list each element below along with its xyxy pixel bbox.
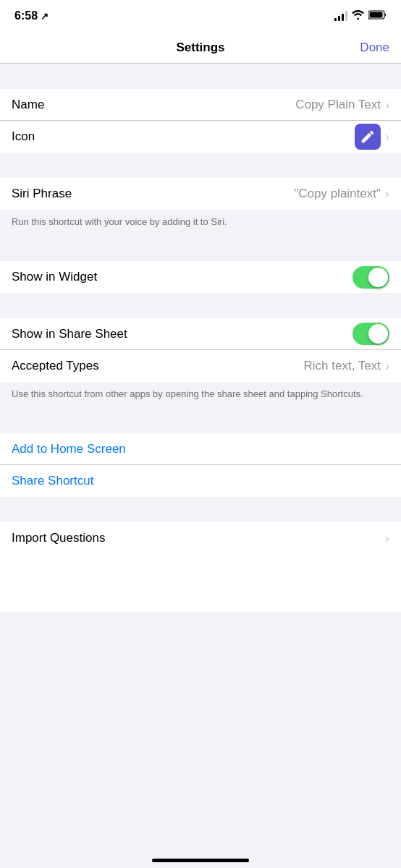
- siri-phrase-chevron-icon: ›: [385, 187, 389, 200]
- show-widget-label: Show in Widget: [12, 270, 97, 284]
- share-shortcut-label: Share Shortcut: [12, 474, 93, 488]
- signal-icon: [334, 11, 347, 21]
- siri-helper-text: Run this shortcut with your voice by add…: [0, 210, 401, 236]
- share-toggle-knob: [368, 324, 388, 344]
- section-gap-6: [0, 497, 401, 522]
- siri-phrase-label: Siri Phrase: [12, 187, 72, 201]
- name-right: Copy Plain Text ›: [295, 98, 389, 112]
- accepted-types-label: Accepted Types: [12, 359, 99, 373]
- nav-title: Settings: [176, 41, 224, 55]
- show-widget-toggle[interactable]: [353, 266, 389, 289]
- share-sheet-group: Show in Share Sheet Accepted Types Rich …: [0, 318, 401, 382]
- status-icons: [334, 9, 387, 22]
- icon-label: Icon: [12, 129, 35, 144]
- accepted-types-value: Rich text, Text: [304, 359, 381, 373]
- status-bar: 6:58 ↗: [0, 0, 401, 32]
- siri-phrase-value: "Copy plaintext": [294, 187, 381, 201]
- widget-group: Show in Widget: [0, 261, 401, 293]
- done-button[interactable]: Done: [360, 41, 389, 55]
- location-icon: ↗: [41, 11, 48, 22]
- name-chevron-icon: ›: [385, 98, 389, 111]
- import-questions-row[interactable]: Import Questions ›: [0, 522, 401, 554]
- shortcut-icon: [355, 124, 381, 150]
- home-indicator: [152, 859, 249, 862]
- siri-group: Siri Phrase "Copy plaintext" ›: [0, 178, 401, 210]
- section-gap-5: [0, 408, 401, 433]
- section-gap-2: [0, 153, 401, 178]
- battery-icon: [368, 9, 387, 22]
- show-widget-row: Show in Widget: [0, 261, 401, 293]
- add-home-screen-button[interactable]: Add to Home Screen: [0, 433, 401, 465]
- bottom-space: [0, 554, 401, 612]
- section-gap-3: [0, 236, 401, 261]
- accepted-types-chevron-icon: ›: [385, 359, 389, 373]
- share-shortcut-button[interactable]: Share Shortcut: [0, 465, 401, 497]
- icon-right: ›: [355, 124, 389, 150]
- accepted-types-right: Rich text, Text ›: [304, 359, 389, 373]
- share-helper-text: Use this shortcut from other apps by ope…: [0, 382, 401, 408]
- show-share-row: Show in Share Sheet: [0, 318, 401, 350]
- nav-bar: Settings Done: [0, 32, 401, 64]
- import-chevron-icon: ›: [385, 532, 389, 545]
- import-questions-label: Import Questions: [12, 531, 105, 545]
- icon-row[interactable]: Icon ›: [0, 121, 401, 153]
- links-group: Add to Home Screen Share Shortcut: [0, 433, 401, 497]
- status-time: 6:58 ↗: [14, 9, 48, 22]
- svg-rect-1: [370, 12, 383, 18]
- icon-chevron-icon: ›: [385, 130, 389, 143]
- siri-phrase-right: "Copy plaintext" ›: [294, 187, 389, 201]
- import-right: ›: [385, 532, 389, 545]
- show-share-toggle[interactable]: [353, 323, 389, 345]
- add-home-label: Add to Home Screen: [12, 442, 126, 456]
- show-share-label: Show in Share Sheet: [12, 327, 127, 341]
- toggle-knob: [368, 268, 388, 287]
- section-gap-1: [0, 64, 401, 89]
- wifi-icon: [352, 9, 364, 22]
- name-icon-group: Name Copy Plain Text › Icon ›: [0, 89, 401, 153]
- section-gap-4: [0, 293, 401, 318]
- accepted-types-row[interactable]: Accepted Types Rich text, Text ›: [0, 350, 401, 382]
- import-group: Import Questions ›: [0, 522, 401, 554]
- name-value: Copy Plain Text: [295, 98, 381, 112]
- siri-phrase-row[interactable]: Siri Phrase "Copy plaintext" ›: [0, 178, 401, 210]
- name-label: Name: [12, 98, 44, 112]
- name-row[interactable]: Name Copy Plain Text ›: [0, 89, 401, 121]
